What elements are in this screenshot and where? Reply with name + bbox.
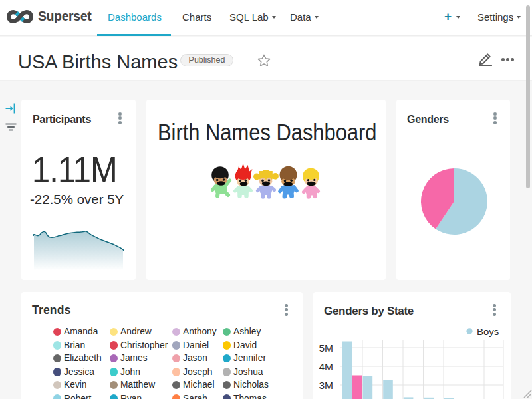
svg-text:4M: 4M <box>319 361 333 372</box>
svg-text:3M: 3M <box>319 380 333 391</box>
svg-text:Boys: Boys <box>477 326 499 337</box>
svg-text:5M: 5M <box>319 342 333 354</box>
